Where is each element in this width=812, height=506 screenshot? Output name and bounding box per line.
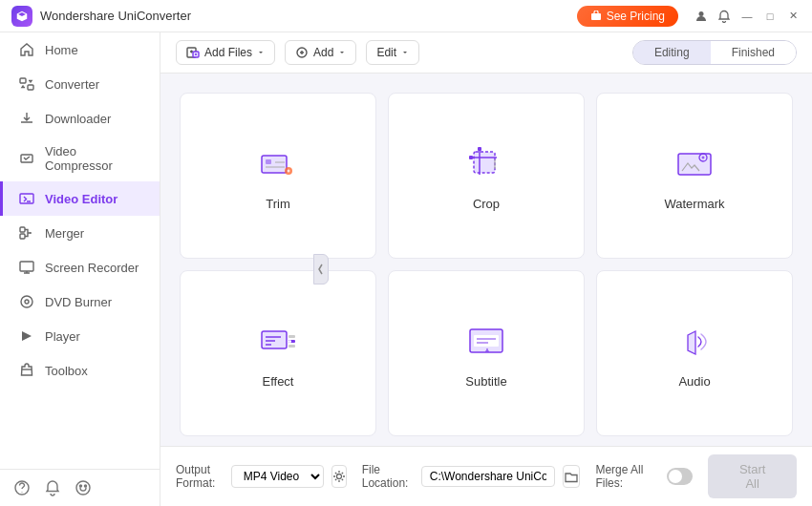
file-location-input[interactable] — [421, 466, 555, 487]
merge-all-files-label: Merge All Files: — [595, 463, 658, 490]
file-location-field: File Location: — [362, 463, 581, 490]
svg-point-12 — [76, 481, 90, 495]
add-files-button[interactable]: Add Files — [176, 40, 275, 65]
output-format-label: Output Format: — [176, 463, 224, 490]
help-icon[interactable] — [13, 479, 31, 496]
svg-rect-23 — [469, 156, 473, 159]
audio-icon — [672, 319, 717, 365]
downloader-icon — [18, 110, 35, 127]
svg-rect-30 — [288, 345, 295, 348]
sidebar-item-home[interactable]: Home — [0, 32, 160, 67]
subtitle-icon — [463, 319, 509, 365]
sidebar-item-player[interactable]: Player — [0, 319, 160, 353]
toolbar: Add Files Add Edit Editing Finished — [160, 32, 812, 74]
bell-icon[interactable] — [44, 479, 61, 496]
file-location-label: File Location: — [362, 463, 414, 490]
svg-rect-3 — [28, 85, 33, 90]
watermark-label: Watermark — [664, 197, 724, 211]
browse-folder-button[interactable] — [563, 465, 581, 488]
svg-rect-6 — [20, 227, 25, 232]
svg-rect-25 — [678, 154, 711, 175]
merger-icon — [18, 224, 35, 242]
svg-rect-24 — [478, 147, 481, 151]
audio-label: Audio — [678, 374, 710, 389]
sidebar-item-converter[interactable]: Converter — [0, 67, 160, 101]
effect-icon — [255, 319, 301, 365]
sidebar-item-video-editor[interactable]: Video Editor — [0, 181, 160, 216]
card-audio[interactable]: Audio — [596, 270, 793, 436]
editor-area: Trim Crop — [160, 74, 812, 446]
sidebar-item-dvd-burner[interactable]: DVD Burner — [0, 285, 160, 319]
svg-rect-7 — [20, 234, 25, 239]
app-body: Home Converter Downloader Video Compress… — [0, 32, 812, 506]
bottom-bar: Output Format: MP4 Video File Location: … — [160, 446, 812, 506]
card-crop[interactable]: Crop — [388, 93, 585, 259]
trim-icon — [255, 141, 301, 187]
format-settings-button[interactable] — [331, 465, 347, 488]
merge-toggle[interactable] — [667, 468, 693, 485]
card-watermark[interactable]: Watermark — [596, 93, 793, 259]
player-icon — [18, 327, 35, 345]
add-button[interactable]: Add — [285, 40, 356, 65]
svg-point-31 — [288, 340, 291, 343]
svg-point-10 — [25, 300, 29, 304]
svg-point-1 — [699, 11, 704, 16]
card-subtitle[interactable]: Subtitle — [388, 270, 585, 436]
sidebar: Home Converter Downloader Video Compress… — [0, 32, 160, 506]
card-effect[interactable]: Effect — [180, 270, 376, 436]
tab-finished[interactable]: Finished — [711, 41, 796, 64]
tab-editing[interactable]: Editing — [633, 41, 711, 64]
feedback-icon[interactable] — [75, 479, 92, 496]
app-logo — [11, 6, 32, 27]
output-format-select[interactable]: MP4 Video — [231, 465, 324, 488]
cards-grid: Trim Crop — [180, 93, 793, 436]
trim-label: Trim — [266, 197, 290, 211]
svg-rect-20 — [266, 159, 271, 164]
toolbox-icon — [18, 362, 35, 379]
crop-icon — [463, 141, 509, 187]
svg-rect-0 — [591, 13, 601, 20]
close-button[interactable]: ✕ — [785, 9, 801, 24]
bell-titlebar-btn[interactable] — [716, 9, 732, 24]
sidebar-item-toolbox[interactable]: Toolbox — [0, 353, 160, 388]
dvd-icon — [18, 293, 35, 310]
edit-dropdown[interactable]: Edit — [366, 40, 419, 65]
start-all-button[interactable]: Start All — [708, 454, 797, 498]
compress-icon — [18, 150, 35, 167]
svg-rect-2 — [20, 78, 26, 83]
app-title: Wondershare UniConverter — [40, 9, 577, 23]
editor-icon — [18, 190, 35, 207]
sidebar-item-video-compressor[interactable]: Video Compressor — [0, 136, 160, 181]
maximize-button[interactable]: □ — [762, 9, 778, 24]
crop-label: Crop — [473, 197, 500, 211]
output-format-field: Output Format: MP4 Video — [176, 463, 347, 490]
sidebar-footer — [0, 469, 160, 506]
see-pricing-button[interactable]: See Pricing — [577, 6, 678, 27]
user-icon-btn[interactable] — [694, 9, 709, 24]
collapse-sidebar-button[interactable] — [313, 254, 329, 285]
sidebar-item-screen-recorder[interactable]: Screen Recorder — [0, 250, 160, 285]
svg-rect-22 — [474, 152, 495, 173]
svg-point-13 — [80, 485, 82, 487]
subtitle-label: Subtitle — [465, 374, 506, 389]
converter-icon — [18, 75, 35, 93]
titlebar: Wondershare UniConverter See Pricing — □… — [0, 0, 812, 32]
sidebar-item-downloader[interactable]: Downloader — [0, 101, 160, 136]
svg-point-34 — [336, 474, 341, 479]
svg-rect-18 — [262, 156, 287, 173]
effect-label: Effect — [262, 374, 293, 389]
minimize-button[interactable]: — — [739, 9, 755, 24]
window-controls: — □ ✕ — [694, 9, 801, 24]
toggle-knob — [669, 470, 682, 483]
content-area: Add Files Add Edit Editing Finished — [160, 32, 812, 506]
svg-point-14 — [85, 485, 87, 487]
home-icon — [18, 41, 35, 58]
watermark-icon — [672, 141, 717, 187]
tab-group: Editing Finished — [632, 40, 797, 65]
card-trim[interactable]: Trim — [180, 93, 376, 259]
svg-rect-33 — [474, 335, 499, 347]
svg-rect-27 — [262, 331, 287, 348]
svg-point-9 — [21, 296, 32, 307]
svg-rect-28 — [288, 335, 295, 338]
sidebar-item-merger[interactable]: Merger — [0, 216, 160, 250]
